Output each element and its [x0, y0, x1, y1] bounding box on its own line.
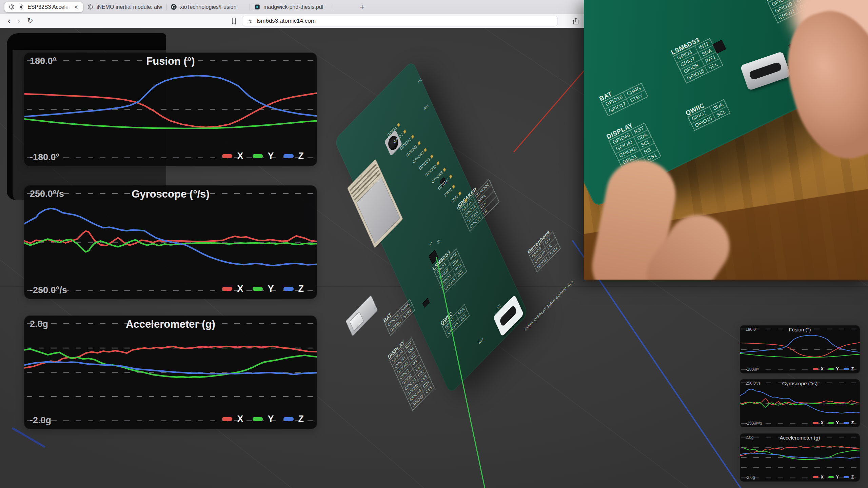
- legend-swatch-x: [222, 417, 232, 421]
- legend-label: Z: [851, 475, 854, 480]
- ref-designator: C4: [428, 240, 433, 247]
- ref-designator: C5: [436, 239, 441, 245]
- legend-label: X: [821, 421, 824, 425]
- tab-inactive-3[interactable]: madgwick-phd-thesis.pdf: [250, 2, 333, 12]
- tab-inactive-2[interactable]: xioTechnologies/Fusion: [166, 2, 250, 12]
- screen: ESP32S3 Accelerometer Vi✕iNEMO inertial …: [0, 0, 868, 488]
- chart-title: Gyroscope (°/s): [24, 188, 317, 200]
- silk-table-lsm6ds3: LSM6DS3GPIO3INT2GPIO7SDAGPIO8INT1GPIO15S…: [432, 243, 467, 294]
- series-z: [740, 389, 860, 413]
- pin-pad: [403, 129, 406, 134]
- chart-legend: XYZ: [813, 421, 856, 425]
- pin-pad: [452, 185, 455, 189]
- legend-swatch-x: [813, 476, 818, 478]
- pin-label-pwr: PWR: [444, 184, 455, 198]
- pin-pad: [417, 141, 420, 145]
- pin-text: PWR: [444, 187, 452, 198]
- legend-swatch-y: [253, 154, 263, 158]
- chart-panel-gyroscope----s--big: 250.0°/sGyroscope (°/s)-250.0°/sXYZ: [24, 186, 317, 299]
- pin-pad: [411, 135, 414, 139]
- tab-divider: [333, 4, 333, 11]
- silk-table-lsm6ds3: LSM6DS3GPIO3INT2GPIO7SDAGPIO8INT1GPIO15S…: [670, 32, 723, 84]
- legend-label: Z: [851, 421, 854, 425]
- chip: [422, 298, 430, 307]
- y-min-label: -2.0g: [30, 415, 51, 426]
- chart-legend: XYZ: [222, 414, 309, 424]
- series-x: [24, 93, 317, 127]
- legend-swatch-y: [828, 368, 834, 370]
- pin-pad: [449, 174, 452, 179]
- tab-inactive-1[interactable]: iNEMO inertial module: always-on: [83, 2, 166, 12]
- pin-pad: [397, 123, 400, 127]
- legend-swatch-y: [253, 287, 263, 291]
- legend-label: Z: [298, 414, 304, 424]
- y-min-label: -180.0°: [30, 152, 59, 163]
- legend-swatch-z: [844, 368, 849, 370]
- silk-table-qwiic: QWIICGPIO7SDAGPIO15SCL: [440, 299, 470, 338]
- legend-label: X: [237, 284, 243, 294]
- share-icon[interactable]: [572, 17, 580, 25]
- ref-designator: R17: [478, 337, 484, 345]
- legend-swatch-z: [283, 417, 294, 421]
- legend-swatch-x: [813, 422, 818, 424]
- legend-label: Y: [836, 367, 839, 371]
- reload-icon[interactable]: ↻: [26, 17, 35, 25]
- chart-title: Fusion (°): [740, 327, 860, 332]
- pin-pad: [458, 191, 461, 196]
- pin-pad: [424, 148, 427, 152]
- video-overlay-window[interactable]: BATGPIO16CHRGGPIO17STBYDISPLAYGPIO40RSTG…: [584, 0, 868, 280]
- chart-panel-accelerometer--g--mini: 2.0gAccelerometer (g)-2.0gXYZ: [740, 434, 860, 481]
- github-icon: [171, 4, 177, 10]
- ref-designator: R11: [423, 103, 429, 111]
- pin-pad: [437, 161, 440, 165]
- legend-swatch-z: [283, 287, 294, 291]
- legend-label: X: [237, 414, 243, 424]
- y-min-label: -250.0°/s: [30, 285, 67, 296]
- legend-swatch-z: [844, 422, 849, 424]
- chart-title: Accelerometer (g): [740, 435, 860, 441]
- tab-title: ESP32S3 Accelerometer Vi: [27, 4, 70, 10]
- pdf-icon: [254, 4, 260, 10]
- series-x: [740, 343, 860, 357]
- chart-legend: XYZ: [813, 367, 856, 371]
- legend-label: Z: [851, 367, 854, 371]
- chart-title: Fusion (°): [24, 55, 317, 67]
- legend-swatch-x: [222, 154, 232, 158]
- chart-title: Gyroscope (°/s): [740, 381, 860, 386]
- legend-swatch-y: [253, 417, 263, 421]
- bluetooth-icon: [18, 4, 24, 10]
- series-z: [24, 208, 317, 266]
- tab-title: xioTechnologies/Fusion: [180, 4, 245, 10]
- silk-table-qwiic: QWIICGPIO7SDAGPIO15SCL: [685, 93, 731, 131]
- legend-label: X: [821, 475, 824, 480]
- legend-swatch-y: [828, 422, 834, 424]
- usb-c-connector: [740, 51, 791, 91]
- forward-icon[interactable]: ›: [14, 17, 23, 25]
- chart-legend: XYZ: [222, 151, 309, 161]
- legend-label: X: [237, 151, 243, 161]
- y-min-label: -250.0°/s: [746, 421, 762, 426]
- tab-title: madgwick-phd-thesis.pdf: [263, 4, 329, 10]
- back-icon[interactable]: ‹: [5, 17, 14, 25]
- chart-legend: XYZ: [222, 284, 309, 294]
- chart-panel-gyroscope----s--mini: 250.0°/sGyroscope (°/s)-250.0°/sXYZ: [740, 380, 860, 427]
- tab-active-0[interactable]: ESP32S3 Accelerometer Vi✕: [4, 2, 83, 12]
- address-bar[interactable]: lsm6ds3.atomic14.com: [242, 16, 558, 26]
- legend-swatch-x: [222, 287, 232, 291]
- legend-label: Z: [298, 151, 304, 161]
- legend-label: Y: [268, 414, 274, 424]
- chart-panel-accelerometer--g--big: 2.0gAccelerometer (g)-2.0gXYZ: [24, 316, 317, 429]
- close-icon[interactable]: ✕: [73, 4, 79, 10]
- legend-label: Y: [836, 475, 839, 480]
- new-tab-button[interactable]: +: [360, 2, 364, 12]
- bookmark-icon[interactable]: [230, 17, 238, 25]
- pin-pad: [430, 154, 433, 159]
- y-min-label: -180.0°: [746, 367, 759, 372]
- page-settings-icon[interactable]: [247, 18, 253, 24]
- chart-title: Accelerometer (g): [24, 318, 317, 330]
- globe-icon: [87, 4, 94, 10]
- chart-legend: XYZ: [813, 475, 856, 480]
- chart-panel-fusion-----mini: 180.0°Fusion (°)-180.0°XYZ: [740, 326, 860, 373]
- legend-label: Z: [298, 284, 304, 294]
- chart-panel-fusion-----big: 180.0°Fusion (°)-180.0°XYZ: [24, 53, 317, 166]
